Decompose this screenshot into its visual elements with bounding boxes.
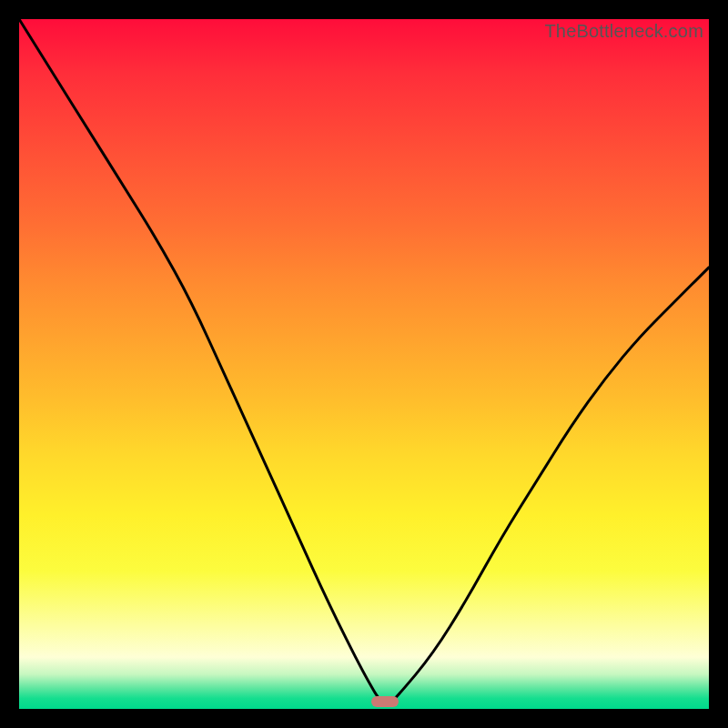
plot-area: TheBottleneck.com (19, 19, 709, 709)
bottleneck-curve (19, 19, 709, 709)
trough-marker (371, 696, 399, 707)
curve-path (19, 19, 709, 704)
chart-frame: TheBottleneck.com (0, 0, 728, 728)
